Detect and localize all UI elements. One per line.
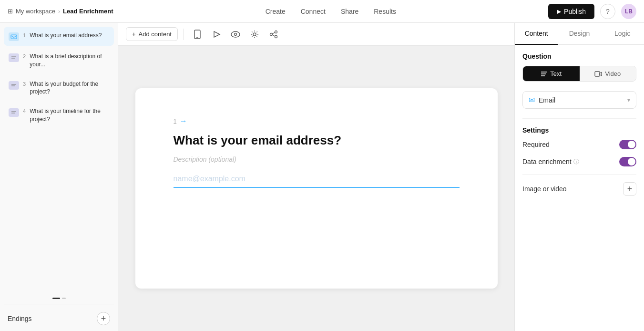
required-toggle[interactable]	[619, 140, 636, 149]
workspace-label[interactable]: My workspace	[16, 8, 55, 15]
svg-point-14	[275, 31, 277, 33]
add-content-label: Add content	[139, 31, 172, 38]
question-section-title: Question	[522, 52, 636, 60]
field-type-select[interactable]: ✉ Email ▾	[522, 91, 636, 109]
q-label-4: What is your timeline for the project?	[30, 107, 109, 124]
scroll-dot-active	[52, 298, 60, 299]
text-question-icon-2	[9, 53, 19, 62]
question-type-toggle: Text Video	[522, 66, 636, 82]
page-title: Lead Enrichment	[63, 8, 113, 15]
endings-label: Endings	[8, 315, 32, 322]
tab-share[interactable]: Share	[341, 6, 358, 17]
question-card: 1 → What is your email address? Descript…	[135, 88, 498, 289]
tab-connect[interactable]: Connect	[301, 6, 326, 17]
chevron-down-icon: ▾	[627, 97, 630, 103]
scroll-indicator	[0, 295, 118, 302]
q-num-3: 3	[23, 81, 26, 87]
question-description[interactable]: Description (optional)	[174, 155, 460, 163]
type-video-button[interactable]: Video	[580, 66, 636, 81]
canvas-body: 1 → What is your email address? Descript…	[118, 46, 514, 331]
type-video-label: Video	[605, 70, 621, 77]
settings-divider	[522, 118, 636, 119]
info-icon: ⓘ	[573, 158, 579, 166]
nav-right: ▶ Publish ? LB	[548, 4, 636, 19]
type-text-button[interactable]: Text	[523, 66, 580, 81]
tab-results[interactable]: Results	[374, 6, 396, 17]
question-item-4[interactable]: 4 What is your timeline for the project?	[4, 103, 114, 128]
toolbar-separator-1	[184, 29, 184, 40]
scroll-dot-inactive	[62, 298, 66, 299]
settings-section-title: Settings	[522, 126, 636, 134]
svg-rect-0	[11, 35, 17, 39]
field-type-left: ✉ Email	[529, 95, 555, 104]
grid-icon: ⊞	[8, 8, 13, 15]
add-content-button[interactable]: + Add content	[126, 27, 178, 41]
canvas-toolbar: + Add content	[118, 23, 514, 46]
question-item-2[interactable]: 2 What is a brief description of your...	[4, 48, 114, 73]
svg-point-12	[253, 33, 256, 36]
required-setting-row: Required	[522, 140, 636, 149]
settings-button[interactable]	[247, 27, 262, 42]
svg-point-10	[231, 31, 240, 37]
svg-line-17	[272, 35, 275, 36]
add-ending-button[interactable]: +	[97, 312, 110, 325]
question-arrow-icon: →	[180, 117, 187, 125]
question-title[interactable]: What is your email address?	[174, 133, 460, 148]
endings-section: Endings +	[0, 306, 118, 331]
svg-rect-21	[595, 72, 600, 76]
text-question-icon-3	[9, 81, 19, 90]
email-question-icon	[9, 32, 19, 41]
q-label-3: What is your budget for the project?	[30, 80, 109, 96]
q-label-1: What is your email address?	[30, 31, 102, 40]
svg-point-15	[275, 35, 277, 38]
panel-tabs: Content Design Logic	[515, 23, 644, 45]
flow-button[interactable]	[266, 27, 281, 42]
breadcrumb-chevron: ›	[58, 8, 60, 15]
q-num-2: 2	[23, 53, 26, 59]
image-video-label: Image or video	[522, 185, 567, 193]
mobile-view-button[interactable]	[190, 27, 205, 42]
right-panel: Content Design Logic Question Text Video…	[514, 23, 644, 331]
email-field-icon: ✉	[529, 95, 535, 104]
q-label-2: What is a brief description of your...	[30, 52, 109, 69]
top-nav: ⊞ My workspace › Lead Enrichment Create …	[0, 0, 644, 23]
q-num-4: 4	[23, 108, 26, 114]
sidebar-divider	[4, 304, 114, 304]
preview-button[interactable]	[209, 27, 224, 42]
questions-list: 1 What is your email address? 2 What is …	[0, 23, 118, 295]
question-number-row: 1 →	[174, 117, 460, 125]
type-text-label: Text	[550, 70, 562, 77]
image-video-row: Image or video +	[522, 182, 636, 196]
avatar[interactable]: LB	[621, 4, 636, 19]
canvas-area: + Add content 1	[118, 23, 514, 331]
panel-body: Question Text Video ✉ Email ▾ Se	[515, 45, 644, 331]
tab-content[interactable]: Content	[515, 23, 558, 45]
question-item-3[interactable]: 3 What is your budget for the project?	[4, 75, 114, 101]
sidebar: 1 What is your email address? 2 What is …	[0, 23, 118, 331]
publish-label: Publish	[564, 8, 586, 15]
data-enrichment-setting-row: Data enrichment ⓘ	[522, 157, 636, 166]
data-enrichment-toggle[interactable]	[619, 157, 636, 166]
question-item-1[interactable]: 1 What is your email address?	[4, 27, 114, 46]
svg-point-13	[270, 33, 272, 35]
add-media-button[interactable]: +	[623, 182, 636, 196]
tab-create[interactable]: Create	[266, 6, 286, 17]
email-input[interactable]	[174, 171, 460, 188]
tab-logic[interactable]: Logic	[601, 23, 644, 45]
play-icon: ▶	[557, 8, 561, 15]
help-button[interactable]: ?	[600, 4, 615, 19]
svg-line-16	[272, 32, 275, 34]
publish-button[interactable]: ▶ Publish	[548, 4, 594, 19]
plus-icon: +	[132, 31, 136, 38]
svg-marker-9	[214, 31, 220, 37]
nav-tabs: Create Connect Share Results	[113, 6, 549, 17]
main-layout: 1 What is your email address? 2 What is …	[0, 23, 644, 331]
eye-button[interactable]	[228, 27, 243, 42]
data-enrichment-label: Data enrichment ⓘ	[522, 158, 579, 166]
tab-design[interactable]: Design	[558, 23, 601, 45]
svg-point-11	[234, 33, 236, 35]
text-question-icon-4	[9, 108, 19, 117]
workspace-nav[interactable]: ⊞ My workspace	[8, 8, 55, 15]
q-num-1: 1	[23, 32, 26, 38]
field-type-label: Email	[539, 96, 555, 104]
